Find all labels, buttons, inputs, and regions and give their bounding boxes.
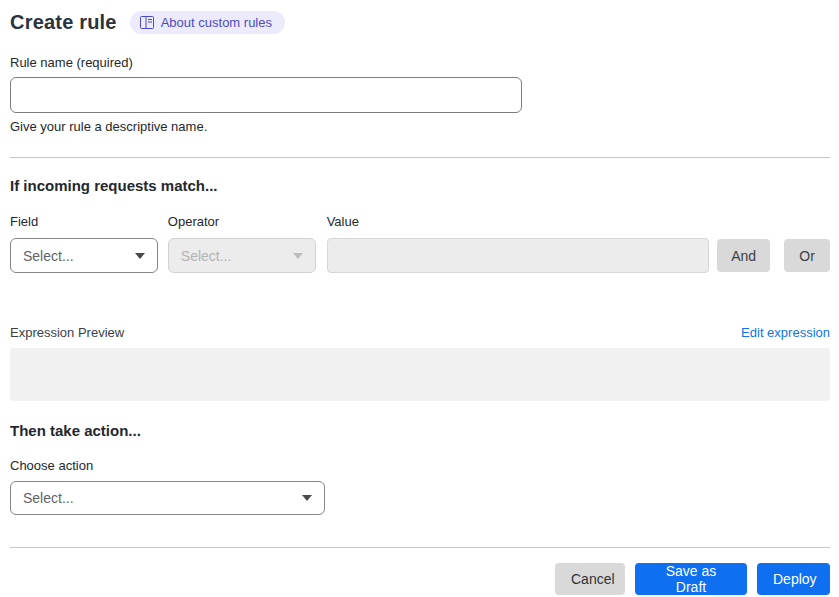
chevron-down-icon [302, 495, 312, 501]
deploy-button[interactable]: Deploy [757, 563, 830, 595]
page-title: Create rule [10, 11, 117, 34]
page-header: Create rule About custom rules [10, 11, 830, 34]
value-column: Value [327, 214, 710, 273]
choose-action-label: Choose action [10, 458, 830, 473]
action-section-heading: Then take action... [10, 422, 830, 439]
value-label: Value [327, 214, 710, 229]
or-button[interactable]: Or [784, 239, 830, 272]
operator-select[interactable]: Select... [168, 238, 316, 273]
expression-preview-box [10, 348, 830, 401]
value-input[interactable] [327, 238, 710, 273]
choose-action-select-value: Select... [23, 490, 74, 506]
field-select-value: Select... [23, 248, 74, 264]
about-custom-rules-badge[interactable]: About custom rules [130, 11, 285, 34]
field-column: Field Select... [10, 214, 158, 273]
rule-name-helper-text: Give your rule a descriptive name. [10, 119, 830, 134]
chevron-down-icon [293, 253, 303, 259]
operator-label: Operator [168, 214, 316, 229]
match-section-heading: If incoming requests match... [10, 177, 830, 194]
choose-action-select[interactable]: Select... [10, 481, 325, 515]
expression-builder-row: Field Select... Operator Select... Value… [10, 214, 830, 273]
rule-name-input[interactable] [10, 77, 522, 113]
cancel-button[interactable]: Cancel [555, 563, 625, 595]
rule-name-label: Rule name (required) [10, 55, 830, 70]
field-select[interactable]: Select... [10, 238, 158, 273]
edit-expression-link[interactable]: Edit expression [741, 325, 830, 340]
operator-column: Operator Select... [168, 214, 316, 273]
and-button[interactable]: And [717, 239, 770, 272]
chevron-down-icon [135, 253, 145, 259]
save-as-draft-button[interactable]: Save as Draft [635, 563, 747, 595]
field-label: Field [10, 214, 158, 229]
expression-preview-label: Expression Preview [10, 325, 124, 340]
book-icon [140, 16, 154, 29]
operator-select-value: Select... [181, 248, 232, 264]
badge-label: About custom rules [161, 15, 272, 30]
footer-actions: Cancel Save as Draft Deploy [10, 563, 830, 595]
expression-preview-header: Expression Preview Edit expression [10, 325, 830, 340]
divider [10, 157, 830, 158]
footer-divider [10, 547, 830, 548]
